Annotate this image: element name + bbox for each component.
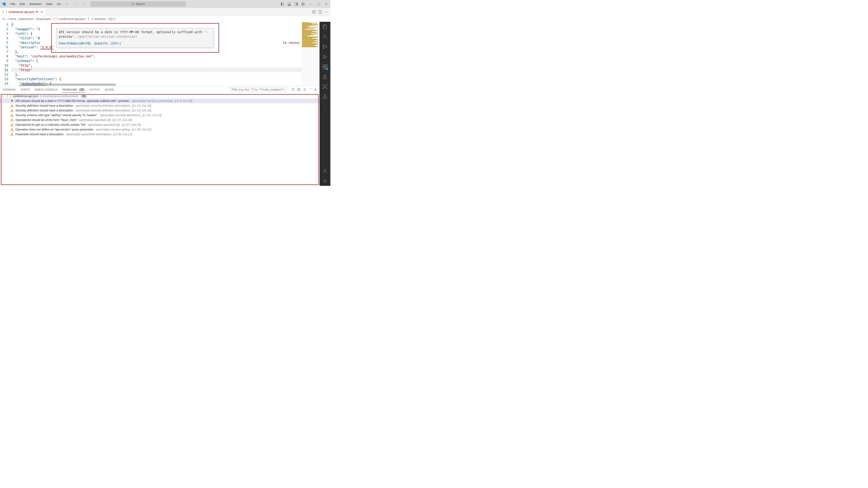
svg-line-52 bbox=[324, 86, 324, 86]
panel-tab-terminal[interactable]: TERMINAL bbox=[3, 87, 16, 92]
problem-item[interactable]: OperationId should be of the form "Noun_… bbox=[0, 118, 319, 122]
command-center-search[interactable]: Search bbox=[91, 1, 186, 7]
svg-point-42 bbox=[323, 57, 325, 58]
svg-rect-7 bbox=[297, 3, 298, 5]
search-icon[interactable] bbox=[322, 34, 328, 39]
svg-line-38 bbox=[326, 37, 327, 39]
menu-view[interactable]: View bbox=[44, 1, 54, 7]
svg-point-51 bbox=[326, 88, 327, 89]
svg-point-37 bbox=[323, 35, 326, 38]
layout-panel-left-icon[interactable] bbox=[280, 2, 285, 7]
panel-close-icon[interactable]: ✕ bbox=[314, 88, 317, 91]
menu-file[interactable]: File bbox=[9, 1, 17, 7]
panel-tab-azure[interactable]: AZURE bbox=[105, 87, 114, 92]
chevron-down-icon: ⌄ bbox=[2, 94, 5, 98]
svg-line-1 bbox=[133, 4, 134, 5]
problem-message: Security scheme with type "apiKey" shoul… bbox=[16, 113, 98, 117]
filter-icon[interactable] bbox=[291, 88, 294, 91]
panel-maximize-icon[interactable]: ⌃ bbox=[309, 88, 312, 91]
svg-point-24 bbox=[12, 111, 12, 111]
problem-message: Security definition should have a descri… bbox=[16, 104, 74, 107]
tab-conference-api[interactable]: { } conference-api.json 9+ ✕ bbox=[0, 8, 46, 15]
menu-more-icon[interactable]: ⋯ bbox=[64, 1, 70, 7]
nav-back-button[interactable]: ← bbox=[75, 1, 80, 7]
window-minimize-button[interactable]: — bbox=[309, 1, 313, 7]
problem-location: [Ln 19, Col 19] bbox=[132, 109, 151, 112]
layout-panel-right-icon[interactable] bbox=[293, 2, 299, 7]
editor-tabs: { } conference-api.json 9+ ✕ ⋯ bbox=[0, 8, 331, 16]
compare-changes-icon[interactable] bbox=[312, 10, 316, 13]
problem-location: [Ln 38, Col 22] bbox=[132, 128, 151, 131]
svg-rect-36 bbox=[324, 25, 327, 29]
svg-point-48 bbox=[323, 85, 324, 86]
svg-rect-43 bbox=[323, 65, 325, 66]
testing-icon[interactable] bbox=[322, 94, 328, 99]
svg-point-56 bbox=[324, 169, 326, 171]
problems-count-badge: 73 bbox=[79, 88, 85, 91]
split-editor-icon[interactable] bbox=[318, 10, 322, 13]
problem-location: [Ln 39, Col 11] bbox=[113, 132, 132, 136]
code-editor[interactable]: 1234567891011121314 { "swagger": "2 "inf… bbox=[0, 22, 319, 86]
explorer-icon[interactable] bbox=[322, 24, 328, 30]
view-as-list-icon[interactable] bbox=[303, 88, 306, 91]
problems-filter-input[interactable] bbox=[230, 87, 287, 92]
menu-go[interactable]: Go bbox=[55, 1, 63, 7]
run-debug-icon[interactable] bbox=[322, 54, 328, 59]
accounts-icon[interactable] bbox=[322, 168, 328, 173]
azure-icon[interactable] bbox=[322, 74, 328, 79]
problem-location: [Ln 37, Col 24] bbox=[113, 118, 132, 122]
source-control-icon[interactable] bbox=[322, 44, 328, 50]
warning-icon bbox=[10, 119, 13, 122]
json-file-icon: { } bbox=[2, 10, 7, 13]
minimap[interactable] bbox=[301, 22, 319, 86]
svg-point-34 bbox=[12, 135, 12, 135]
menu-selection[interactable]: Selection bbox=[27, 1, 43, 7]
extensions-icon[interactable]: 1 bbox=[322, 64, 328, 69]
json-file-icon: { } bbox=[6, 95, 11, 98]
api-icon[interactable] bbox=[322, 84, 328, 89]
layout-customize-icon[interactable] bbox=[301, 2, 305, 7]
svg-point-22 bbox=[12, 106, 12, 107]
window-close-button[interactable]: ✕ bbox=[324, 1, 329, 7]
string-icon: abc bbox=[109, 18, 113, 20]
view-problem-link[interactable]: View Problem (Alt+F8) bbox=[59, 41, 91, 45]
more-views-icon[interactable]: ⋯ bbox=[323, 104, 327, 107]
panel-tab-debug-console[interactable]: DEBUG CONSOLE bbox=[34, 87, 58, 92]
hover-diagnostic-popup: API version should be a date in YYYY-MM-… bbox=[56, 28, 214, 47]
layout-panel-bottom-icon[interactable] bbox=[287, 2, 292, 7]
line-number-gutter: 1234567891011121314 bbox=[0, 22, 11, 86]
problem-message: Operation does not define an "api-versio… bbox=[16, 128, 94, 131]
nav-forward-button[interactable]: → bbox=[81, 1, 86, 7]
horizontal-scrollbar[interactable] bbox=[23, 84, 116, 86]
problems-file-row[interactable]: ⌄ { } conference-api.json C:\Users\julia… bbox=[0, 94, 319, 98]
panel-tab-output[interactable]: OUTPUT bbox=[89, 87, 100, 92]
breadcrumb[interactable]: C:› Users› juliamuiruri› Downloads› { } … bbox=[0, 16, 331, 22]
extensions-badge: 1 bbox=[326, 68, 329, 70]
warning-icon bbox=[10, 133, 13, 136]
editor-more-icon[interactable]: ⋯ bbox=[325, 10, 328, 13]
problem-item[interactable]: OperationId for get on a collection shou… bbox=[0, 122, 319, 127]
problem-item[interactable]: Security definition should have a descri… bbox=[0, 103, 319, 108]
quick-fix-link[interactable]: Quick Fix... (Ctrl+.) bbox=[94, 41, 121, 45]
window-maximize-button[interactable]: ▢ bbox=[316, 1, 321, 7]
tab-close-button[interactable]: ✕ bbox=[40, 10, 43, 14]
hover-source: spectral(az-version-convention) bbox=[78, 35, 137, 38]
svg-rect-3 bbox=[281, 3, 282, 5]
problem-item[interactable]: Security scheme with type "apiKey" shoul… bbox=[0, 113, 319, 118]
problem-message: Parameter should have a description. bbox=[16, 132, 64, 136]
menu-edit[interactable]: Edit bbox=[18, 1, 27, 7]
svg-point-28 bbox=[12, 121, 12, 121]
problem-item[interactable]: Parameter should have a description.spec… bbox=[0, 132, 319, 137]
problem-item[interactable]: Security definition should have a descri… bbox=[0, 108, 319, 113]
menu-bar: File Edit Selection View Go ⋯ bbox=[9, 1, 70, 7]
warning-icon bbox=[10, 128, 13, 131]
panel-tab-problems[interactable]: PROBLEMS 73 bbox=[62, 87, 85, 93]
vscode-logo-icon bbox=[2, 2, 6, 6]
problem-item[interactable]: Operation does not define an "api-versio… bbox=[0, 127, 319, 132]
panel-tab-ports[interactable]: PORTS bbox=[21, 87, 30, 92]
problem-source: spectral(az-parameter-description) bbox=[66, 132, 111, 136]
problem-item[interactable]: API version should be a date in YYYY-MM-… bbox=[0, 98, 319, 103]
collapse-all-icon[interactable] bbox=[297, 88, 301, 91]
settings-gear-icon[interactable] bbox=[322, 178, 328, 184]
problem-source: spectral(az-security-definition-descript… bbox=[75, 104, 130, 107]
